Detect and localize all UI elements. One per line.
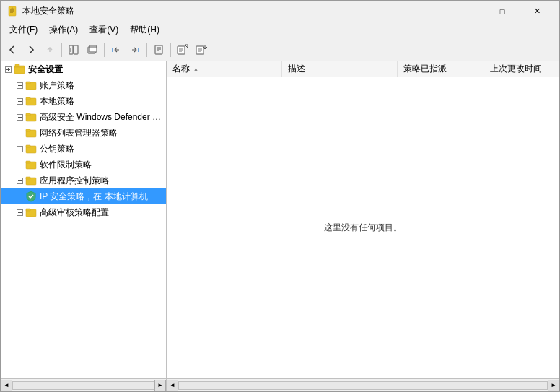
svg-rect-2 bbox=[74, 45, 78, 54]
software-folder-icon bbox=[25, 159, 37, 170]
nav-forward-button[interactable] bbox=[126, 41, 144, 58]
left-scroll-right[interactable]: ► bbox=[154, 380, 166, 391]
audit-label: 高级审核策略配置 bbox=[40, 206, 109, 219]
window-title: 本地安全策略 bbox=[22, 5, 74, 17]
toolbar bbox=[1, 38, 559, 61]
tree-item-applocker[interactable]: 应用程序控制策略 bbox=[1, 173, 166, 188]
right-scroll-right[interactable]: ► bbox=[548, 380, 559, 391]
svg-rect-32 bbox=[26, 97, 30, 100]
menu-action[interactable]: 操作(A) bbox=[43, 23, 84, 38]
separator-1 bbox=[61, 43, 62, 57]
tree-item-software[interactable]: 软件限制策略 bbox=[1, 157, 166, 173]
defender-folder-icon bbox=[25, 111, 37, 123]
applocker-folder-icon bbox=[25, 175, 37, 186]
pubkey-folder-icon bbox=[25, 143, 37, 154]
show-hide-console-button[interactable] bbox=[65, 41, 82, 58]
accounts-folder-icon bbox=[25, 79, 37, 91]
svg-rect-44 bbox=[26, 161, 30, 163]
svg-rect-48 bbox=[26, 177, 30, 179]
local-label: 本地策略 bbox=[40, 95, 74, 108]
applocker-label: 应用程序控制策略 bbox=[40, 175, 109, 187]
right-scroll-left[interactable]: ◄ bbox=[167, 380, 178, 391]
left-scrollbar[interactable]: ◄ ► bbox=[1, 379, 167, 391]
close-button[interactable]: ✕ bbox=[520, 4, 554, 19]
tree-item-defender[interactable]: 高级安全 Windows Defender 防火墙 bbox=[1, 109, 166, 125]
separator-2 bbox=[104, 43, 105, 57]
window-icon bbox=[6, 6, 18, 17]
tree-item-ipsec[interactable]: IP 安全策略，在 本地计算机 bbox=[1, 188, 166, 204]
menu-bar: 文件(F) 操作(A) 查看(V) 帮助(H) bbox=[1, 22, 559, 38]
tree-item-accounts[interactable]: 账户策略 bbox=[1, 77, 166, 93]
col-header-policy[interactable]: 策略已指派 bbox=[398, 61, 484, 77]
separator-4 bbox=[170, 43, 171, 57]
svg-rect-5 bbox=[89, 45, 97, 52]
svg-rect-23 bbox=[14, 66, 25, 74]
right-scroll-track[interactable] bbox=[178, 381, 548, 390]
svg-rect-7 bbox=[155, 45, 162, 54]
back-button[interactable] bbox=[4, 41, 21, 58]
tree-item-audit[interactable]: 高级审核策略配置 bbox=[1, 204, 166, 220]
separator-3 bbox=[146, 43, 147, 57]
nav-back-button[interactable] bbox=[108, 41, 125, 58]
root-expand-icon[interactable] bbox=[2, 64, 14, 75]
svg-rect-42 bbox=[26, 145, 30, 147]
software-label: 软件限制策略 bbox=[40, 159, 92, 171]
col-header-desc[interactable]: 描述 bbox=[282, 61, 398, 77]
defender-expand-icon[interactable] bbox=[14, 111, 25, 123]
svg-rect-11 bbox=[178, 46, 185, 54]
accounts-expand-icon[interactable] bbox=[14, 79, 25, 91]
title-controls: ─ □ ✕ bbox=[451, 4, 554, 19]
audit-expand-icon[interactable] bbox=[14, 206, 25, 218]
main-window: 本地安全策略 ─ □ ✕ 文件(F) 操作(A) 查看(V) 帮助(H) bbox=[0, 0, 560, 392]
defender-label: 高级安全 Windows Defender 防火墙 bbox=[40, 111, 163, 123]
svg-rect-38 bbox=[26, 129, 30, 131]
import-button[interactable] bbox=[193, 41, 210, 58]
svg-rect-24 bbox=[15, 64, 19, 66]
forward-button[interactable] bbox=[22, 41, 40, 58]
svg-rect-16 bbox=[196, 46, 204, 54]
svg-line-15 bbox=[185, 45, 188, 48]
applocker-expand-icon[interactable] bbox=[14, 175, 25, 186]
title-bar: 本地安全策略 ─ □ ✕ bbox=[1, 1, 559, 22]
export-button[interactable] bbox=[174, 41, 191, 58]
right-scrollbar[interactable]: ◄ ► bbox=[167, 379, 559, 391]
tree-item-pubkey[interactable]: 公钥策略 bbox=[1, 141, 166, 157]
menu-help[interactable]: 帮助(H) bbox=[124, 23, 165, 38]
menu-view[interactable]: 查看(V) bbox=[84, 23, 124, 38]
ipsec-label: IP 安全策略，在 本地计算机 bbox=[40, 191, 148, 203]
root-icon bbox=[14, 64, 25, 75]
ipsec-icon bbox=[25, 191, 37, 202]
root-label: 安全设置 bbox=[28, 64, 63, 76]
left-scroll-track[interactable] bbox=[12, 381, 154, 390]
maximize-button[interactable]: □ bbox=[486, 4, 519, 19]
col-header-updated[interactable]: 上次更改时间 bbox=[484, 61, 559, 77]
left-scroll-left[interactable]: ◄ bbox=[1, 380, 12, 391]
minimize-button[interactable]: ─ bbox=[451, 4, 484, 19]
local-folder-icon bbox=[25, 95, 37, 107]
menu-file[interactable]: 文件(F) bbox=[4, 23, 43, 38]
local-expand-icon[interactable] bbox=[14, 95, 25, 107]
network-folder-icon bbox=[25, 127, 37, 139]
title-bar-left: 本地安全策略 bbox=[6, 5, 74, 17]
left-panel: 安全设置 账户策略 bbox=[1, 61, 167, 378]
svg-rect-28 bbox=[26, 82, 30, 84]
pubkey-label: 公钥策略 bbox=[40, 143, 74, 155]
pubkey-expand-icon[interactable] bbox=[14, 143, 25, 154]
properties-button[interactable] bbox=[150, 41, 167, 58]
up-button bbox=[41, 41, 58, 58]
right-panel: 名称 ▲ 描述 策略已指派 上次更改时间 这里没有任何项目。 bbox=[167, 61, 559, 378]
network-label: 网络列表管理器策略 bbox=[40, 127, 118, 139]
svg-rect-36 bbox=[26, 113, 30, 116]
new-window-button[interactable] bbox=[84, 41, 101, 58]
content-area: 这里没有任何项目。 bbox=[167, 77, 559, 378]
bottom-area: ◄ ► ◄ ► bbox=[1, 378, 559, 391]
main-content: 安全设置 账户策略 bbox=[1, 61, 559, 378]
audit-folder-icon bbox=[25, 206, 37, 218]
tree-root[interactable]: 安全设置 bbox=[1, 61, 166, 77]
empty-message: 这里没有任何项目。 bbox=[324, 222, 402, 234]
tree-item-local[interactable]: 本地策略 bbox=[1, 93, 166, 109]
tree-item-network[interactable]: 网络列表管理器策略 bbox=[1, 125, 166, 141]
accounts-label: 账户策略 bbox=[40, 79, 74, 92]
col-header-name[interactable]: 名称 ▲ bbox=[167, 61, 282, 77]
svg-rect-52 bbox=[26, 209, 30, 211]
